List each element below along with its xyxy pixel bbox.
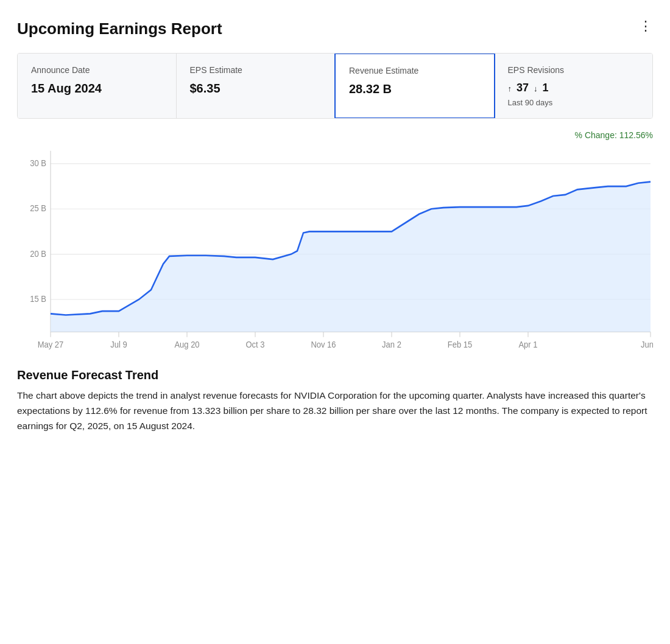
pct-change-row: % Change: 112.56%: [17, 130, 653, 141]
svg-text:15 B: 15 B: [30, 295, 46, 304]
eps-revisions-sub: Last 90 days: [508, 98, 640, 107]
trend-title: Revenue Forecast Trend: [17, 368, 653, 382]
card-eps-revisions[interactable]: EPS Revisions 37 1 Last 90 days: [495, 54, 653, 118]
page-title: Upcoming Earnings Report: [17, 19, 222, 38]
svg-text:20 B: 20 B: [30, 250, 46, 259]
eps-revisions-values: 37 1: [508, 82, 640, 94]
card-revenue-estimate-label: Revenue Estimate: [349, 65, 481, 76]
arrow-down-icon: [534, 83, 538, 94]
svg-text:Apr 1: Apr 1: [518, 340, 537, 349]
card-eps-estimate-label: EPS Estimate: [190, 65, 322, 75]
trend-section: Revenue Forecast Trend The chart above d…: [17, 368, 653, 433]
revenue-chart: 30 B 25 B 20 B 15 B May 27 Jul 9 Aug 20 …: [17, 144, 653, 351]
trend-body: The chart above depicts the trend in ana…: [17, 388, 653, 433]
eps-up-count: 37: [517, 82, 529, 94]
cards-row: Announce Date 15 Aug 2024 EPS Estimate $…: [17, 53, 653, 119]
card-eps-revisions-label: EPS Revisions: [508, 65, 640, 75]
svg-text:Aug 20: Aug 20: [174, 340, 199, 349]
pct-change-label: % Change: 112.56%: [575, 130, 653, 140]
eps-down-count: 1: [543, 82, 549, 94]
chart-svg: 30 B 25 B 20 B 15 B May 27 Jul 9 Aug 20 …: [17, 144, 653, 351]
svg-text:Oct 3: Oct 3: [245, 340, 264, 349]
card-revenue-estimate[interactable]: Revenue Estimate 28.32 B: [334, 53, 495, 119]
svg-text:May 27: May 27: [38, 340, 64, 349]
svg-text:Feb 15: Feb 15: [448, 340, 472, 349]
svg-text:30 B: 30 B: [30, 159, 46, 168]
svg-text:Jul 9: Jul 9: [110, 340, 127, 349]
card-announce-date[interactable]: Announce Date 15 Aug 2024: [18, 54, 177, 118]
card-announce-date-value: 15 Aug 2024: [31, 82, 163, 96]
card-eps-estimate[interactable]: EPS Estimate $6.35: [177, 54, 336, 118]
card-revenue-estimate-value: 28.32 B: [349, 82, 481, 96]
card-eps-estimate-value: $6.35: [190, 82, 322, 96]
svg-text:Jan 2: Jan 2: [382, 340, 401, 349]
svg-text:Jun 3: Jun 3: [641, 340, 653, 349]
more-options-icon[interactable]: ⋮: [639, 19, 653, 33]
svg-text:Nov 16: Nov 16: [311, 340, 336, 349]
arrow-up-icon: [508, 83, 512, 94]
svg-text:25 B: 25 B: [30, 204, 46, 213]
card-announce-date-label: Announce Date: [31, 65, 163, 75]
